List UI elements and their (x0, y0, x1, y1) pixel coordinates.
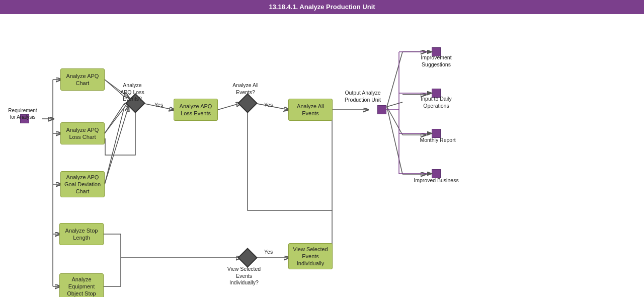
svg-line-9 (105, 107, 124, 184)
diamond-2-label: Analyze AllEvents? (228, 82, 263, 96)
diamond-2-yes-label: Yes (264, 102, 273, 109)
output-label: Output AnalyzeProduction Unit (340, 90, 385, 103)
analyze-apq-goal-label: Analyze APQGoal DeviationChart (64, 174, 101, 195)
analyze-equipment-label: AnalyzeEquipmentObject Stop (67, 276, 96, 297)
analyze-apq-chart-box: Analyze APQ Chart (60, 68, 105, 91)
svg-line-11 (105, 102, 128, 133)
svg-line-8 (105, 104, 124, 133)
diamond-2 (237, 93, 258, 113)
diamond-1-yes-label: Yes (154, 102, 163, 109)
view-selected-events-label: View SelectedEventsIndividually (293, 246, 328, 267)
monthly-report-label: Monthly Report (418, 137, 458, 144)
svg-line-23 (387, 107, 403, 174)
input-daily-ops-label: Input to DailyOperations (414, 96, 459, 109)
diamond-3 (237, 248, 258, 268)
analyze-stop-length-label: Analyze StopLength (65, 227, 98, 242)
req-for-analysis-label: Requirementfor Analysis (3, 107, 43, 120)
diamond-3-label: View SelectedEventsIndividually? (224, 266, 264, 286)
analyze-stop-length-box: Analyze StopLength (59, 223, 104, 245)
analyze-all-events-box: Analyze AllEvents (288, 99, 333, 121)
improvement-suggestions-label: ImprovementSuggestions (414, 54, 459, 68)
analyze-apq-loss-events-box: Analyze APQLoss Events (174, 99, 218, 121)
view-selected-events-box: View SelectedEventsIndividually (288, 243, 333, 269)
diamond-1-label: AnalyzeAPQ LossEvents? (115, 82, 150, 103)
analyze-apq-loss-chart-box: Analyze APQLoss Chart (60, 122, 105, 144)
svg-line-17 (387, 52, 403, 107)
analyze-equipment-box: AnalyzeEquipmentObject Stop (59, 273, 104, 297)
page-title: 13.18.4.1. Analyze Production Unit (269, 3, 375, 11)
analyze-all-events-label: Analyze AllEvents (297, 103, 324, 117)
analyze-apq-loss-chart-label: Analyze APQLoss Chart (66, 126, 99, 141)
svg-line-19 (387, 102, 403, 107)
analyze-apq-loss-events-label: Analyze APQLoss Events (180, 103, 212, 117)
analyze-apq-chart-label: Analyze APQ Chart (66, 72, 99, 87)
svg-line-21 (387, 107, 403, 135)
svg-line-12 (105, 107, 128, 184)
svg-line-14 (218, 103, 240, 110)
output-node-icon (377, 105, 386, 114)
diamond-3-yes-label: Yes (264, 249, 273, 256)
analyze-apq-goal-box: Analyze APQGoal DeviationChart (60, 171, 105, 197)
improved-business-label: Improved Business (414, 177, 459, 184)
diagram-area: Requirementfor Analysis Analyze APQ Char… (0, 14, 644, 297)
title-bar: 13.18.4.1. Analyze Production Unit (0, 0, 644, 14)
